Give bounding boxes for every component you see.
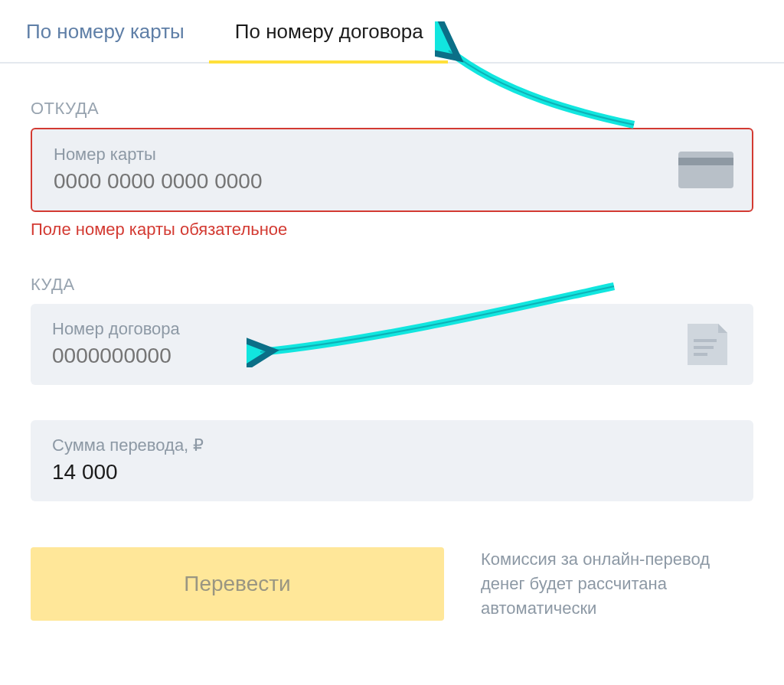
amount-value: 14 000: [52, 460, 732, 484]
amount-label: Сумма перевода, ₽: [52, 435, 732, 455]
section-from-label: ОТКУДА: [31, 99, 784, 119]
section-to-label: КУДА: [31, 275, 784, 295]
document-icon: [680, 325, 735, 364]
tab-by-contract[interactable]: По номеру договора: [209, 6, 448, 62]
tab-by-card[interactable]: По номеру карты: [0, 6, 209, 62]
commission-note: Комиссия за онлайн-перевод денег будет р…: [481, 547, 753, 621]
svg-rect-4: [694, 353, 707, 356]
credit-card-icon: [678, 151, 733, 189]
contract-number-label: Номер договора: [52, 319, 732, 339]
svg-rect-3: [694, 346, 714, 349]
svg-rect-0: [678, 152, 733, 188]
card-number-field[interactable]: Номер карты: [31, 128, 753, 212]
card-number-error: Поле номер карты обязательное: [31, 220, 784, 240]
transfer-button[interactable]: Перевести: [31, 547, 444, 621]
card-number-input[interactable]: [54, 169, 595, 194]
card-number-label: Номер карты: [54, 145, 730, 165]
transfer-button-label: Перевести: [184, 572, 290, 595]
tabs: По номеру карты По номеру договора: [0, 0, 784, 64]
tab-label: По номеру карты: [26, 20, 185, 43]
amount-field[interactable]: Сумма перевода, ₽ 14 000: [31, 420, 753, 501]
tab-label: По номеру договора: [235, 20, 423, 43]
svg-rect-1: [678, 158, 733, 165]
contract-number-input[interactable]: [52, 344, 596, 368]
contract-number-field[interactable]: Номер договора: [31, 304, 753, 385]
svg-rect-2: [694, 339, 717, 342]
